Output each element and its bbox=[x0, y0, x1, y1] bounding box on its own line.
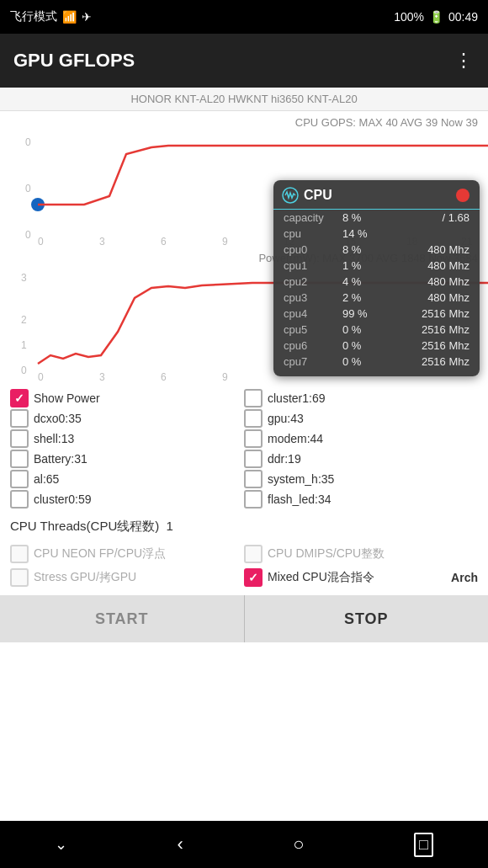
thread-count-label: CPU Threads(CPU线程数) bbox=[10, 519, 159, 533]
cpu-row-cpu6: cpu6 0 % 2516 Mhz bbox=[273, 338, 480, 354]
app-bar: GPU GFLOPS ⋮ bbox=[0, 34, 488, 88]
cb-cluster0-label: cluster0:59 bbox=[34, 493, 91, 506]
cb-stress-gpu-label: Stress GPU/拷GPU bbox=[34, 570, 136, 585]
checkbox-ddr[interactable]: ddr:19 bbox=[244, 450, 478, 468]
cb-dmips-label: CPU DMIPS/CPU整数 bbox=[268, 546, 385, 562]
nav-home-icon[interactable]: ○ bbox=[293, 833, 304, 855]
cb-mixed-cpu-label: Mixed CPU混合指令 bbox=[268, 570, 374, 585]
svg-text:0: 0 bbox=[38, 371, 44, 382]
button-row: START STOP bbox=[0, 595, 488, 642]
thread-count-value: 1 bbox=[167, 519, 173, 533]
option-stress-gpu[interactable]: Stress GPU/拷GPU bbox=[10, 568, 244, 587]
checkbox-modem[interactable]: modem:44 bbox=[244, 429, 478, 448]
cb-modem[interactable] bbox=[244, 429, 263, 448]
cb-dcxo0[interactable] bbox=[10, 409, 29, 428]
app-title: GPU GFLOPS bbox=[13, 50, 135, 72]
cpu-wave-icon bbox=[282, 187, 299, 204]
svg-text:0: 0 bbox=[25, 136, 31, 148]
cb-cluster1[interactable] bbox=[244, 389, 263, 407]
cb-neon-fp-label: CPU NEON FP/CPU浮点 bbox=[34, 546, 166, 562]
arch-label: Arch bbox=[451, 571, 478, 584]
checkbox-row-6: cluster0:59 flash_led:34 bbox=[10, 490, 478, 509]
cpu-row-cpu3: cpu3 2 % 480 Mhz bbox=[273, 290, 480, 306]
nav-back-icon[interactable]: ‹ bbox=[178, 833, 183, 855]
cb-mixed-cpu[interactable] bbox=[244, 568, 263, 587]
checkbox-row-4: Battery:31 ddr:19 bbox=[10, 450, 478, 468]
status-bar: 飞行模式 📶 ✈ 100% 🔋 00:49 bbox=[0, 0, 488, 34]
cb-shell-label: shell:13 bbox=[34, 432, 74, 445]
cpu-popup-title: CPU bbox=[282, 187, 332, 204]
cb-cluster1-label: cluster1:69 bbox=[268, 391, 325, 405]
cb-system-h-label: system_h:35 bbox=[268, 472, 334, 486]
status-flight-mode: 飞行模式 bbox=[10, 9, 57, 24]
status-right: 100% 🔋 00:49 bbox=[394, 10, 478, 24]
checkbox-cluster0[interactable]: cluster0:59 bbox=[10, 490, 244, 509]
checkbox-gpu[interactable]: gpu:43 bbox=[244, 409, 478, 428]
svg-text:0: 0 bbox=[25, 183, 31, 194]
cb-neon-fp[interactable] bbox=[10, 545, 29, 563]
checkbox-flash-led[interactable]: flash_led:34 bbox=[244, 490, 478, 509]
status-left: 飞行模式 📶 ✈ bbox=[10, 9, 92, 24]
start-button[interactable]: START bbox=[0, 595, 244, 642]
battery-icon: 🔋 bbox=[429, 10, 443, 24]
checkbox-row-2: dcxo0:35 gpu:43 bbox=[10, 409, 478, 428]
svg-text:0: 0 bbox=[38, 236, 44, 247]
cb-dmips[interactable] bbox=[244, 545, 263, 563]
option-dmips[interactable]: CPU DMIPS/CPU整数 bbox=[244, 545, 478, 563]
checkboxes-panel: Show Power cluster1:69 dcxo0:35 gpu:43 s… bbox=[0, 382, 488, 514]
cb-show-power-label: Show Power bbox=[34, 391, 100, 405]
cb-battery[interactable] bbox=[10, 450, 29, 468]
cb-show-power[interactable] bbox=[10, 389, 29, 407]
checkbox-shell[interactable]: shell:13 bbox=[10, 429, 244, 448]
checkbox-row-5: al:65 system_h:35 bbox=[10, 470, 478, 488]
stop-button[interactable]: STOP bbox=[244, 595, 489, 642]
cb-shell[interactable] bbox=[10, 429, 29, 448]
cpu-row-capacity: capacity 8 % / 1.68 bbox=[273, 210, 480, 226]
svg-text:6: 6 bbox=[161, 371, 167, 382]
cb-flash-led[interactable] bbox=[244, 490, 263, 509]
cb-gpu-label: gpu:43 bbox=[268, 412, 304, 425]
checkbox-row-3: shell:13 modem:44 bbox=[10, 429, 478, 448]
cb-cluster0[interactable] bbox=[10, 490, 29, 509]
svg-text:9: 9 bbox=[222, 236, 228, 247]
checkbox-battery[interactable]: Battery:31 bbox=[10, 450, 244, 468]
cb-ddr-label: ddr:19 bbox=[268, 452, 301, 466]
sim-icon: 📶 bbox=[62, 10, 77, 24]
device-info: HONOR KNT-AL20 HWKNT hi3650 KNT-AL20 bbox=[0, 88, 488, 111]
cpu-row-cpu4: cpu4 99 % 2516 Mhz bbox=[273, 306, 480, 322]
option-mixed-cpu[interactable]: Mixed CPU混合指令 Arch bbox=[244, 568, 478, 587]
bottom-options: CPU NEON FP/CPU浮点 CPU DMIPS/CPU整数 Stress… bbox=[0, 540, 488, 592]
chart1-label: CPU GOPS: MAX 40 AVG 39 Now 39 bbox=[0, 111, 488, 129]
cb-dcxo0-label: dcxo0:35 bbox=[34, 412, 82, 425]
cpu-row-cpu2: cpu2 4 % 480 Mhz bbox=[273, 274, 480, 290]
time-display: 00:49 bbox=[448, 10, 478, 24]
cb-system-h[interactable] bbox=[244, 470, 263, 488]
checkbox-al[interactable]: al:65 bbox=[10, 470, 244, 488]
checkbox-cluster1[interactable]: cluster1:69 bbox=[244, 389, 478, 407]
cb-al-label: al:65 bbox=[34, 472, 59, 486]
checkbox-show-power[interactable]: Show Power bbox=[10, 389, 244, 407]
checkbox-system-h[interactable]: system_h:35 bbox=[244, 470, 478, 488]
cb-stress-gpu[interactable] bbox=[10, 568, 29, 587]
svg-text:9: 9 bbox=[222, 371, 228, 382]
svg-text:3: 3 bbox=[21, 272, 27, 284]
chart-area: CPU GOPS: MAX 40 AVG 39 Now 39 0 0 0 0 3… bbox=[0, 111, 488, 382]
nav-recent-icon[interactable]: □ bbox=[414, 833, 433, 857]
checkbox-dcxo0[interactable]: dcxo0:35 bbox=[10, 409, 244, 428]
chart2-container: 3 2 1 0 0 3 6 9 CPU bbox=[0, 264, 488, 382]
cb-gpu[interactable] bbox=[244, 409, 263, 428]
cb-al[interactable] bbox=[10, 470, 29, 488]
cb-modem-label: modem:44 bbox=[268, 432, 323, 445]
svg-text:6: 6 bbox=[161, 236, 167, 247]
checkbox-row-1: Show Power cluster1:69 bbox=[10, 389, 478, 407]
battery-percent: 100% bbox=[394, 10, 424, 24]
option-neon-fp[interactable]: CPU NEON FP/CPU浮点 bbox=[10, 545, 244, 563]
thread-count: CPU Threads(CPU线程数) 1 bbox=[0, 514, 488, 540]
cb-flash-led-label: flash_led:34 bbox=[268, 493, 332, 506]
menu-button[interactable]: ⋮ bbox=[454, 50, 475, 72]
svg-text:0: 0 bbox=[25, 229, 31, 241]
nav-down-icon[interactable]: ⌄ bbox=[55, 835, 67, 854]
cpu-popup-header: CPU bbox=[273, 180, 480, 210]
cb-ddr[interactable] bbox=[244, 450, 263, 468]
cpu-row-cpu1: cpu1 1 % 480 Mhz bbox=[273, 258, 480, 274]
